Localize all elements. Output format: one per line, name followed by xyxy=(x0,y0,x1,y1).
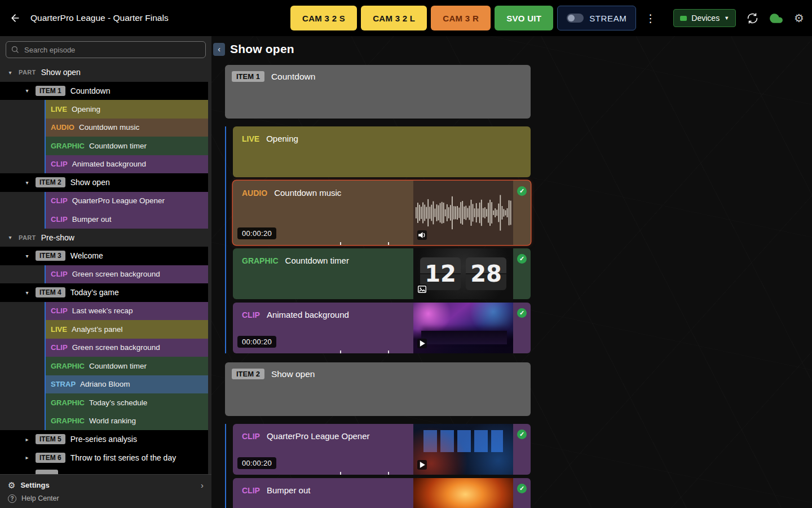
item-badge: ITEM 2 xyxy=(232,369,264,379)
media-kind-label: LIVE xyxy=(51,325,67,334)
sidebar-item-row[interactable]: ▾ITEM 1Countdown xyxy=(0,82,208,100)
sidebar-media-row[interactable]: GRAPHICCountdown timer xyxy=(45,357,208,375)
top-bar: QuarterPro League - Quarter Finals CAM 3… xyxy=(0,0,812,36)
part-name: Show open xyxy=(41,68,81,77)
cam-button-svo-uit[interactable]: SVO UIT xyxy=(495,6,553,30)
media-name: Last week’s recap xyxy=(72,306,133,315)
chevron-down-icon: ▾ xyxy=(7,234,14,240)
settings-gear-icon[interactable]: ⚙ xyxy=(794,12,804,24)
sidebar-item-row[interactable]: ▾ITEM 4Today’s game xyxy=(0,283,208,302)
duration-badge: 00:00:20 xyxy=(237,227,276,239)
media-kind-label: GRAPHIC xyxy=(51,398,85,407)
sidebar-media-row[interactable]: LIVEAnalyst’s panel xyxy=(45,320,208,339)
rundown-media-card[interactable]: CLIPQuarterPro League Opener00:00:20✓ xyxy=(233,424,531,475)
sidebar-media-row[interactable]: CLIPQuarterPro League Opener xyxy=(45,192,208,211)
item-name: Today’s game xyxy=(70,288,119,297)
media-kind-label: GRAPHIC xyxy=(51,142,85,150)
media-kind-label: CLIP xyxy=(242,486,260,495)
media-kind-label: CLIP xyxy=(51,270,68,278)
rundown-media-card[interactable]: AUDIOCountdown music00:00:20✓ xyxy=(233,181,531,245)
sidebar-media-row[interactable]: CLIPGreen screen background xyxy=(45,265,208,284)
item-badge: ITEM 1 xyxy=(36,86,65,96)
media-kind-label: AUDIO xyxy=(242,189,267,198)
rundown-item-card[interactable]: ITEM 2Show open xyxy=(225,362,531,416)
media-kind-label: GRAPHIC xyxy=(242,256,279,265)
collapse-panel-button[interactable]: ‹ xyxy=(213,43,225,56)
timeline-tick xyxy=(388,351,389,353)
help-center-label: Help Center xyxy=(21,494,59,502)
item-title: Countdown xyxy=(271,71,315,82)
devices-dropdown[interactable]: Devices ▼ xyxy=(673,9,736,27)
sidebar-media-row[interactable]: CLIPBumper out xyxy=(45,210,208,229)
item-badge-partial xyxy=(36,470,58,474)
thumbnail-fire xyxy=(413,478,513,508)
sidebar-media-row[interactable]: STRAPAdriano Bloom xyxy=(45,375,208,394)
media-name: Countdown music xyxy=(79,123,139,132)
media-title: Animated background xyxy=(267,310,349,319)
media-name: Countdown timer xyxy=(89,142,147,150)
help-center-menu-item[interactable]: ? Help Center xyxy=(0,492,211,505)
rundown-media-card[interactable]: CLIPBumper out✓ xyxy=(233,478,531,508)
sidebar-media-row[interactable]: LIVEOpening xyxy=(45,100,208,119)
app: QuarterPro League - Quarter Finals CAM 3… xyxy=(0,0,812,508)
rundown-media-card[interactable]: LIVEOpening xyxy=(233,126,531,177)
card-header: CLIPQuarterPro League Opener xyxy=(242,431,370,441)
item-name: Countdown xyxy=(70,86,111,95)
sidebar-item-row[interactable]: ▸ITEM 5Pre-series analysis xyxy=(0,430,208,449)
stream-toggle-button[interactable]: STREAM xyxy=(557,6,636,30)
chevron-down-icon: ▾ xyxy=(7,69,14,76)
sidebar-item-row-partial xyxy=(0,467,208,474)
cloud-status-icon[interactable] xyxy=(769,11,783,25)
rundown-cards: ITEM 1CountdownLIVEOpeningAUDIOCountdown… xyxy=(211,56,550,508)
sidebar-media-row[interactable]: AUDIOCountdown music xyxy=(45,119,208,137)
rundown-media-card[interactable]: CLIPAnimated background00:00:20✓ xyxy=(233,303,531,353)
cam-button-cam-3-2-s[interactable]: CAM 3 2 S xyxy=(290,6,357,30)
sidebar-media-row[interactable]: CLIPGreen screen background xyxy=(45,339,208,357)
episode-sidebar: ▾PARTShow open▾ITEM 1CountdownLIVEOpenin… xyxy=(0,36,211,508)
item-media-group: LIVEOpeningAUDIOCountdown music00:00:20✓… xyxy=(225,126,531,353)
back-arrow-icon[interactable] xyxy=(8,11,23,25)
check-circle-icon: ✓ xyxy=(517,186,527,196)
sidebar-media-row[interactable]: GRAPHICWorld ranking xyxy=(45,412,208,431)
sidebar-item-row[interactable]: ▾ITEM 3Welcome xyxy=(0,247,208,265)
duration-badge: 00:00:20 xyxy=(237,457,276,469)
sidebar-media-row[interactable]: CLIPLast week’s recap xyxy=(45,302,208,321)
rundown-item-card[interactable]: ITEM 1Countdown xyxy=(225,65,531,119)
rundown-media-card[interactable]: GRAPHICCountdown timer1228✓ xyxy=(233,248,531,299)
search-input[interactable] xyxy=(6,41,206,58)
cam-buttons: CAM 3 2 SCAM 3 2 LCAM 3 RSVO UIT xyxy=(290,6,553,30)
item-name: Show open xyxy=(70,178,110,187)
sidebar-item-row[interactable]: ▾ITEM 2Show open xyxy=(0,173,208,192)
media-kind-label: CLIP xyxy=(51,343,68,352)
page-title: QuarterPro League - Quarter Finals xyxy=(30,13,169,23)
sync-icon[interactable] xyxy=(747,12,758,24)
item-badge: ITEM 3 xyxy=(36,251,65,261)
media-kind-label: CLIP xyxy=(51,215,68,224)
topbar-left: QuarterPro League - Quarter Finals xyxy=(8,11,169,25)
card-header: AUDIOCountdown music xyxy=(242,188,341,198)
card-header: CLIPAnimated background xyxy=(242,310,349,319)
stream-label: STREAM xyxy=(589,14,626,23)
item-name: Pre-series analysis xyxy=(70,435,137,444)
overflow-menu-icon[interactable]: ⋮ xyxy=(640,13,661,24)
sidebar-media-row[interactable]: CLIPAnimated background xyxy=(45,155,208,174)
media-kind-label: CLIP xyxy=(242,310,260,319)
sidebar-media-row[interactable]: GRAPHICToday’s schedule xyxy=(45,393,208,412)
media-kind-label: GRAPHIC xyxy=(51,362,85,370)
item-badge: ITEM 2 xyxy=(36,177,65,187)
chevron-right-icon: ▸ xyxy=(24,436,30,443)
sidebar-item-row[interactable]: ▸ITEM 6Throw to first series of the day xyxy=(0,449,208,467)
sidebar-part-row[interactable]: ▾PARTPre-show xyxy=(0,229,208,247)
cam-button-cam-3-2-l[interactable]: CAM 3 2 L xyxy=(361,6,427,30)
cam-button-cam-3-r[interactable]: CAM 3 R xyxy=(431,6,491,30)
devices-label: Devices xyxy=(691,14,720,23)
settings-menu-item[interactable]: ⚙ Settings › xyxy=(0,478,211,492)
topbar-right: Devices ▼ ⚙ xyxy=(673,9,804,27)
sidebar-part-row[interactable]: ▾PARTShow open xyxy=(0,63,208,82)
sidebar-media-row[interactable]: GRAPHICCountdown timer xyxy=(45,137,208,155)
stream-toggle-switch[interactable] xyxy=(567,14,584,23)
episode-tree: ▾PARTShow open▾ITEM 1CountdownLIVEOpenin… xyxy=(0,63,211,474)
media-title: QuarterPro League Opener xyxy=(267,431,370,441)
check-circle-icon: ✓ xyxy=(517,254,527,264)
settings-label: Settings xyxy=(20,481,49,489)
